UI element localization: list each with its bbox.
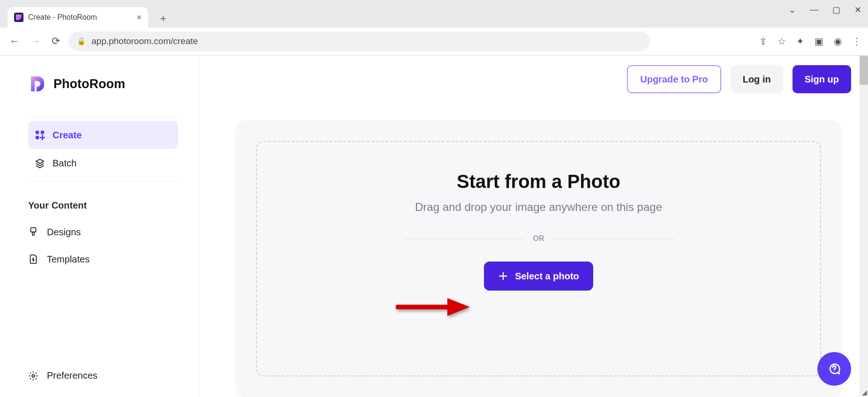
sidebar-item-label: Batch (53, 158, 76, 169)
reload-button[interactable]: ⟳ (48, 33, 64, 49)
window-controls: ⌄ ― ▢ ✕ (789, 5, 861, 15)
button-label: Log in (743, 74, 771, 85)
scroll-corner-icon: ◢ (862, 389, 867, 396)
close-tab-icon[interactable]: × (136, 13, 142, 22)
dropzone-or-label: OR (533, 234, 544, 243)
minimize-icon[interactable]: ― (810, 5, 818, 15)
sidebar-item-label: Preferences (47, 370, 98, 381)
help-chat-fab[interactable] (817, 352, 851, 386)
bookmark-star-icon[interactable]: ☆ (777, 36, 786, 47)
lock-icon: 🔒 (77, 37, 86, 45)
app-root: PhotoRoom Create Batch Your Content (0, 56, 868, 397)
button-label: Select a photo (515, 271, 579, 282)
gear-icon (28, 371, 38, 381)
dropzone-divider: OR (403, 234, 675, 243)
divider-line (554, 239, 675, 239)
sidebar-item-label: Create (53, 130, 82, 141)
grid-plus-icon (35, 130, 45, 140)
browser-tab[interactable]: Create - PhotoRoom × (8, 7, 148, 28)
photoroom-favicon-icon (14, 13, 23, 22)
sidebar-item-batch[interactable]: Batch (28, 149, 178, 177)
close-window-icon[interactable]: ✕ (854, 5, 861, 15)
divider-line (403, 239, 524, 239)
toolbar-right: ⇪ ☆ ✦ ▣ ◉ ⋮ (759, 36, 861, 47)
extensions-puzzle-icon[interactable]: ✦ (796, 36, 804, 47)
sidebar-item-preferences[interactable]: Preferences (28, 370, 198, 381)
main-pane: Upgrade to Pro Log in Sign up Start from… (199, 56, 868, 397)
plus-icon (498, 271, 508, 281)
chat-question-icon (827, 362, 841, 376)
url-text: app.photoroom.com/create (91, 36, 198, 46)
sidebar-item-label: Templates (47, 254, 90, 265)
sidepanel-icon[interactable]: ▣ (815, 36, 823, 47)
svg-rect-0 (36, 131, 39, 134)
brand[interactable]: PhotoRoom (28, 75, 198, 93)
svg-rect-2 (36, 136, 39, 139)
dropzone[interactable]: Start from a Photo Drag and drop your im… (256, 141, 821, 376)
layers-icon (35, 158, 45, 168)
signup-button[interactable]: Sign up (793, 65, 851, 93)
forward-button: → (27, 33, 43, 49)
scrollbar-thumb[interactable] (860, 56, 868, 85)
file-bolt-icon (28, 254, 38, 264)
kebab-menu-icon[interactable]: ⋮ (852, 36, 861, 47)
maximize-icon[interactable]: ▢ (832, 5, 840, 15)
sidebar-item-designs[interactable]: Designs (28, 218, 198, 246)
brush-icon (28, 227, 38, 237)
omnibox[interactable]: 🔒 app.photoroom.com/create (68, 31, 650, 51)
upgrade-to-pro-button[interactable]: Upgrade to Pro (627, 65, 721, 93)
dropzone-subtitle: Drag and drop your image anywhere on thi… (415, 201, 662, 214)
svg-point-7 (834, 371, 834, 372)
top-action-bar: Upgrade to Pro Log in Sign up (627, 65, 851, 93)
svg-rect-1 (41, 131, 44, 134)
login-button[interactable]: Log in (731, 65, 783, 93)
svg-point-4 (32, 375, 35, 377)
sidebar: PhotoRoom Create Batch Your Content (0, 56, 199, 397)
sidebar-primary-nav: Create Batch (28, 117, 178, 181)
sidebar-section-label: Your Content (28, 200, 198, 211)
photoroom-logo-icon (28, 75, 47, 93)
button-label: Sign up (805, 74, 839, 85)
svg-rect-3 (31, 228, 36, 232)
brand-name: PhotoRoom (53, 77, 125, 91)
dropzone-title: Start from a Photo (457, 171, 620, 192)
button-label: Upgrade to Pro (640, 74, 708, 85)
sidebar-item-create[interactable]: Create (28, 121, 178, 149)
scrollbar-track[interactable] (860, 56, 868, 396)
address-bar: ← → ⟳ 🔒 app.photoroom.com/create ⇪ ☆ ✦ ▣… (0, 28, 868, 55)
profile-avatar-icon[interactable]: ◉ (834, 36, 842, 47)
tab-strip: Create - PhotoRoom × ＋ ⌄ ― ▢ ✕ (0, 0, 868, 28)
chevron-down-icon[interactable]: ⌄ (789, 5, 796, 15)
dropzone-card: Start from a Photo Drag and drop your im… (235, 120, 842, 397)
new-tab-button[interactable]: ＋ (154, 9, 173, 28)
share-icon[interactable]: ⇪ (759, 36, 767, 47)
sidebar-item-templates[interactable]: Templates (28, 246, 198, 273)
browser-chrome: Create - PhotoRoom × ＋ ⌄ ― ▢ ✕ ← → ⟳ 🔒 a… (0, 0, 868, 56)
sidebar-content-nav: Designs Templates (28, 218, 198, 273)
back-button[interactable]: ← (7, 33, 23, 49)
sidebar-item-label: Designs (47, 227, 81, 238)
select-photo-button[interactable]: Select a photo (484, 262, 593, 291)
tab-title: Create - PhotoRoom (28, 13, 97, 22)
